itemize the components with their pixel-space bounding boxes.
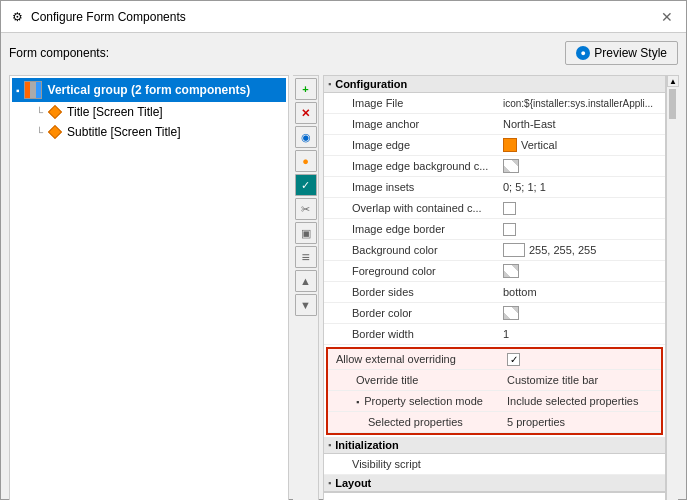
circle-button[interactable]: ● — [295, 150, 317, 172]
image-edge-icon — [503, 138, 517, 152]
config-row-allow-external: Allow external overriding — [328, 349, 661, 370]
initialization-label: Initialization — [335, 439, 399, 451]
main-area: ▪ Vertical group (2 form components) └ T… — [9, 75, 678, 500]
config-row-override-title: Override title Customize title bar — [328, 370, 661, 391]
config-row-image-anchor: Image anchor North-East — [324, 114, 665, 135]
border-color-swatch — [503, 306, 519, 320]
check-button[interactable]: ✓ — [295, 174, 317, 196]
image-edge-label: Image edge — [324, 137, 499, 153]
collapse-icon[interactable]: ▪ — [16, 85, 20, 96]
border-color-value — [499, 303, 665, 323]
initialization-section-header[interactable]: ▪ Initialization — [324, 437, 665, 454]
expand-icon: ▪ — [328, 79, 331, 89]
overlap-value — [499, 198, 665, 218]
img-edge-bg-value — [499, 156, 665, 176]
selected-props-label: Selected properties — [328, 414, 503, 430]
border-width-value: 1 — [499, 324, 665, 344]
side-toolbar: + ✕ ◉ ● ✓ ✂ ▣ ≡ ▲ ▼ — [293, 75, 319, 500]
dialog-title: Configure Form Components — [31, 10, 650, 24]
image-file-label: Image File — [324, 95, 499, 111]
left-panel: ▪ Vertical group (2 form components) └ T… — [9, 75, 289, 500]
allow-external-checkbox[interactable] — [507, 353, 520, 366]
border-color-label: Border color — [324, 305, 499, 321]
expand-init-icon: ▪ — [328, 440, 331, 450]
property-selection-value: Include selected properties — [503, 391, 661, 411]
overlap-label: Overlap with contained c... — [324, 200, 499, 216]
title-bar: ⚙ Configure Form Components ✕ — [1, 1, 686, 33]
config-row-selected-props: Selected properties 5 properties — [328, 412, 661, 433]
list-item[interactable]: └ Title [Screen Title] — [32, 102, 286, 122]
remove-button[interactable]: ✕ — [295, 102, 317, 124]
chart-button[interactable]: ≡ — [295, 246, 317, 268]
allow-external-value — [503, 349, 661, 369]
square-button[interactable]: ▣ — [295, 222, 317, 244]
image-insets-value: 0; 5; 1; 1 — [499, 177, 665, 197]
visibility-label: Visibility script — [324, 456, 499, 472]
visibility-value — [499, 454, 665, 474]
item-icon — [48, 105, 62, 119]
img-edge-bg-label: Image edge background c... — [324, 158, 499, 174]
configuration-section-header[interactable]: ▪ Configuration — [324, 76, 665, 93]
override-title-label: Override title — [328, 372, 503, 388]
eye-button[interactable]: ◉ — [295, 126, 317, 148]
top-bar: Form components: ● Preview Style — [9, 41, 678, 65]
image-file-value: icon:${installer:sys.installerAppli... — [499, 93, 665, 113]
scroll-track — [667, 121, 678, 500]
group-icon — [24, 81, 42, 99]
config-row-img-edge-border: Image edge border — [324, 219, 665, 240]
tree-children: └ Title [Screen Title] └ Subtitle [Scree… — [12, 102, 286, 142]
dialog-content: Form components: ● Preview Style ▪ Verti… — [1, 33, 686, 500]
child-item-label: Title [Screen Title] — [67, 105, 163, 119]
selected-props-value: 5 properties — [503, 412, 661, 432]
dialog-icon: ⚙ — [9, 9, 25, 25]
property-selection-label: ▪ Property selection mode — [328, 393, 503, 409]
overlap-checkbox[interactable] — [503, 202, 516, 215]
config-row-image-insets: Image insets 0; 5; 1; 1 — [324, 177, 665, 198]
scissors-button[interactable]: ✂ — [295, 198, 317, 220]
bg-color-value: 255, 255, 255 — [499, 240, 665, 260]
preview-style-button[interactable]: ● Preview Style — [565, 41, 678, 65]
form-components-label: Form components: — [9, 46, 109, 60]
config-row-fg-color: Foreground color — [324, 261, 665, 282]
image-anchor-value: North-East — [499, 114, 665, 134]
fg-color-value — [499, 261, 665, 281]
description-area: Vertical group A vertical form component… — [324, 492, 665, 500]
config-row-border-width: Border width 1 — [324, 324, 665, 345]
preview-style-label: Preview Style — [594, 46, 667, 60]
config-row-img-edge-bg: Image edge background c... — [324, 156, 665, 177]
tree-root-item[interactable]: ▪ Vertical group (2 form components) — [12, 78, 286, 102]
close-button[interactable]: ✕ — [656, 6, 678, 28]
allow-external-label: Allow external overriding — [328, 351, 503, 367]
up-button[interactable]: ▲ — [295, 270, 317, 292]
fg-color-swatch — [503, 264, 519, 278]
config-row-overlap: Overlap with contained c... — [324, 198, 665, 219]
scroll-thumb[interactable] — [669, 89, 676, 119]
expand-property-icon[interactable]: ▪ — [356, 397, 359, 407]
border-sides-label: Border sides — [324, 284, 499, 300]
fg-color-label: Foreground color — [324, 263, 499, 279]
image-anchor-label: Image anchor — [324, 116, 499, 132]
configuration-label: Configuration — [335, 78, 407, 90]
config-row-property-selection: ▪ Property selection mode Include select… — [328, 391, 661, 412]
layout-section-header[interactable]: ▪ Layout — [324, 475, 665, 492]
scroll-up-arrow[interactable]: ▲ — [667, 75, 679, 87]
right-wrapper: ▪ Configuration Image File icon:${instal… — [323, 75, 678, 500]
highlight-box: Allow external overriding Override title… — [326, 347, 663, 435]
bg-color-swatch — [503, 243, 525, 257]
border-width-label: Border width — [324, 326, 499, 342]
config-scroll[interactable]: ▪ Configuration Image File icon:${instal… — [324, 76, 665, 492]
img-edge-border-label: Image edge border — [324, 221, 499, 237]
scrollbar[interactable]: ▲ ▼ — [666, 75, 678, 500]
dialog: ⚙ Configure Form Components ✕ Form compo… — [0, 0, 687, 500]
right-and-scroll: ▪ Configuration Image File icon:${instal… — [323, 75, 678, 500]
img-edge-border-checkbox[interactable] — [503, 223, 516, 236]
img-edge-border-value — [499, 219, 665, 239]
add-button[interactable]: + — [295, 78, 317, 100]
config-row-border-sides: Border sides bottom — [324, 282, 665, 303]
config-row-border-color: Border color — [324, 303, 665, 324]
down-button[interactable]: ▼ — [295, 294, 317, 316]
tree-area: ▪ Vertical group (2 form components) └ T… — [10, 76, 288, 500]
list-item[interactable]: └ Subtitle [Screen Title] — [32, 122, 286, 142]
indent-icon: └ — [36, 127, 43, 138]
config-row-image-file: Image File icon:${installer:sys.installe… — [324, 93, 665, 114]
